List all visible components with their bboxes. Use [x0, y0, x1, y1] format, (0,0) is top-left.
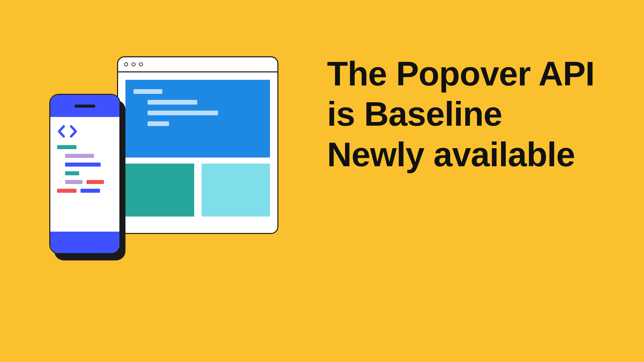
phone-speaker-slot	[74, 105, 95, 108]
placeholder-line	[133, 89, 162, 94]
phone-illustration	[49, 94, 120, 254]
code-token	[57, 189, 76, 193]
phone-top-bar	[50, 95, 119, 117]
phone-bottom-bar	[50, 232, 119, 253]
window-control-dot	[131, 62, 136, 66]
code-line	[57, 145, 76, 149]
hero-headline: The Popover API is Baseline Newly availa…	[327, 54, 602, 175]
placeholder-line	[148, 111, 218, 115]
angle-bracket-left-icon	[57, 125, 66, 138]
browser-window-illustration	[117, 56, 278, 234]
code-line-row	[65, 180, 113, 184]
window-control-dot	[124, 62, 128, 66]
code-line	[65, 171, 79, 175]
browser-tile-row	[125, 164, 270, 217]
code-token	[65, 180, 83, 184]
window-control-dot	[139, 62, 143, 66]
angle-bracket-right-icon	[69, 125, 78, 138]
placeholder-line	[148, 100, 197, 105]
code-token	[80, 189, 100, 193]
code-line	[65, 154, 94, 158]
browser-tile-green	[125, 164, 194, 217]
code-line	[65, 163, 101, 167]
browser-titlebar	[118, 57, 277, 72]
code-line-row	[57, 189, 113, 193]
hero-graphic-stage: The Popover API is Baseline Newly availa…	[0, 0, 644, 362]
browser-tile-cyan	[202, 164, 270, 217]
placeholder-line	[148, 121, 169, 126]
phone-body	[50, 117, 119, 232]
code-token	[87, 180, 104, 184]
code-angle-brackets-icon	[57, 125, 113, 138]
browser-hero-block	[125, 80, 270, 158]
